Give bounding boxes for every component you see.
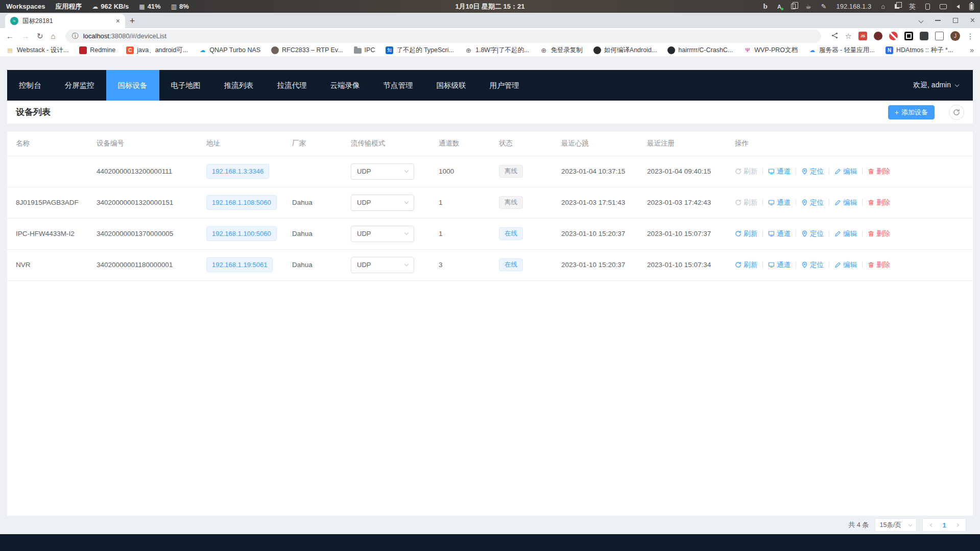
js-extension-icon[interactable]: JS xyxy=(858,32,867,40)
channel-action[interactable]: 通道 xyxy=(768,198,791,207)
next-page-button[interactable] xyxy=(950,524,964,526)
channel-action[interactable]: 通道 xyxy=(768,167,791,176)
tab-favicon: ≈ xyxy=(10,17,18,25)
workspaces-button[interactable]: Workspaces xyxy=(6,3,45,10)
bookmark-webstack[interactable]: ▤Webstack - 设计... xyxy=(6,46,68,55)
volume-icon[interactable] xyxy=(957,5,960,9)
minimize-icon[interactable] xyxy=(935,20,941,21)
nav-item-node-manage[interactable]: 节点管理 xyxy=(372,70,425,101)
nav-item-console[interactable]: 控制台 xyxy=(7,70,53,101)
tab-search-icon[interactable] xyxy=(918,18,923,23)
stream-mode-select[interactable]: UDP xyxy=(351,195,414,211)
screenshot-extension-icon[interactable] xyxy=(904,32,913,40)
locate-action[interactable]: 定位 xyxy=(801,198,824,207)
nav-item-cloud-record[interactable]: 云端录像 xyxy=(319,70,372,101)
adblock-extension-icon[interactable] xyxy=(889,32,898,40)
new-tab-button[interactable]: + xyxy=(125,14,139,28)
nav-item-pull-proxy[interactable]: 拉流代理 xyxy=(266,70,319,101)
restore-icon[interactable] xyxy=(953,18,958,23)
bookmark-star-icon[interactable]: ☆ xyxy=(845,32,852,40)
nav-item-split-monitor[interactable]: 分屏监控 xyxy=(53,70,106,101)
edit-action[interactable]: 编辑 xyxy=(834,229,857,238)
window-switcher-icon[interactable] xyxy=(895,4,899,9)
frame-extension-icon[interactable] xyxy=(935,32,944,40)
bookmarks-overflow-icon[interactable]: » xyxy=(970,46,974,54)
delete-action[interactable]: 删除 xyxy=(868,229,890,238)
bookmark-qnap[interactable]: ☁QNAP Turbo NAS xyxy=(199,46,260,54)
bookmark-article-1[interactable]: ⊕1.8W字|了不起的... xyxy=(465,46,529,55)
channel-action[interactable]: 通道 xyxy=(768,229,791,238)
address-tag: 192.168.1.108:5060 xyxy=(206,195,277,210)
bookmark-csdn[interactable]: Cjava、android可... xyxy=(126,46,188,55)
locate-action[interactable]: 定位 xyxy=(801,229,824,238)
locate-action[interactable]: 定位 xyxy=(801,260,824,270)
color-picker-tray-icon[interactable]: ✎ xyxy=(821,3,827,10)
bookmark-wvp-pro[interactable]: ΨWVP-PRO文档 xyxy=(744,46,798,55)
page-size-select[interactable]: 15条/页 xyxy=(875,518,917,532)
add-device-button[interactable]: + 添加设备 xyxy=(888,105,935,119)
browser-tab[interactable]: ≈ 国标28181 × xyxy=(5,14,125,28)
back-icon[interactable]: ← xyxy=(6,32,14,40)
site-info-icon[interactable]: ⓘ xyxy=(72,33,79,39)
edit-action[interactable]: 编辑 xyxy=(834,260,857,270)
extensions-puzzle-icon[interactable] xyxy=(920,32,928,40)
forward-icon[interactable]: → xyxy=(21,32,29,40)
address-bar[interactable]: ⓘ localhost:38080/#/deviceList xyxy=(65,30,821,43)
applications-menu[interactable]: 应用程序 xyxy=(55,2,82,11)
home-tray-icon[interactable]: ⌂ xyxy=(881,3,885,10)
nav-item-gb-devices[interactable]: 国标设备 xyxy=(106,70,159,101)
bookmark-folder-ipc[interactable]: IPC xyxy=(354,46,375,54)
nav-item-gb-cascade[interactable]: 国标级联 xyxy=(425,70,478,101)
input-method-indicator[interactable]: 英 xyxy=(909,2,916,11)
bookmark-android-build[interactable]: 如何编译Android... xyxy=(593,46,657,55)
browser-menu-icon[interactable]: ⋮ xyxy=(967,32,974,40)
nav-item-user-manage[interactable]: 用户管理 xyxy=(478,70,531,101)
nav-item-push-list[interactable]: 推流列表 xyxy=(212,70,266,101)
bing-tray-icon[interactable]: b xyxy=(763,3,768,10)
channel-count: 1 xyxy=(434,187,494,218)
refresh-action[interactable]: 刷新 xyxy=(735,198,757,207)
bookmark-github[interactable]: hairrrrr/C-CrashC... xyxy=(667,46,733,54)
close-window-icon[interactable]: × xyxy=(970,16,975,25)
share-icon[interactable] xyxy=(831,32,839,40)
bookmark-hdatmos[interactable]: NHDAtmos :: 种子 *... xyxy=(886,46,953,55)
refresh-action[interactable]: 刷新 xyxy=(735,229,757,238)
bookmark-article-2[interactable]: ⊕免登录复制 xyxy=(540,46,583,55)
current-page[interactable]: 1 xyxy=(938,521,950,529)
refresh-list-button[interactable] xyxy=(949,105,964,120)
refresh-action[interactable]: 刷新 xyxy=(735,167,757,176)
stream-mode-select[interactable]: UDP xyxy=(351,226,414,242)
prev-page-button[interactable] xyxy=(925,524,938,526)
ip-address-indicator[interactable]: 192.168.1.3 xyxy=(836,3,871,10)
delete-action[interactable]: 删除 xyxy=(868,198,890,207)
phone-link-icon[interactable] xyxy=(925,4,930,10)
edit-action[interactable]: 编辑 xyxy=(834,167,857,176)
delete-action[interactable]: 删除 xyxy=(868,167,890,176)
nav-item-map[interactable]: 电子地图 xyxy=(159,70,212,101)
edit-action[interactable]: 编辑 xyxy=(834,198,857,207)
tab-close-icon[interactable]: × xyxy=(116,17,120,25)
translate-tray-icon[interactable]: A xyxy=(777,4,781,10)
bookmark-rfc2833[interactable]: RFC2833 – RTP Ev... xyxy=(271,46,343,54)
chevron-down-icon xyxy=(404,231,409,235)
bookmark-tencent-cloud[interactable]: ☁服务器 - 轻量应用... xyxy=(808,46,875,55)
clipboard-tray-icon[interactable] xyxy=(791,4,796,9)
user-menu[interactable]: 欢迎, admin xyxy=(913,81,973,90)
refresh-action[interactable]: 刷新 xyxy=(735,260,757,270)
stream-mode-select[interactable]: UDP xyxy=(351,257,414,273)
bookmark-zhihu[interactable]: 知了不起的 TypeScri... xyxy=(386,46,454,55)
stream-mode-select[interactable]: UDP xyxy=(351,163,414,180)
reload-icon[interactable]: ↻ xyxy=(37,32,43,40)
channel-action[interactable]: 通道 xyxy=(768,260,791,270)
delete-action[interactable]: 删除 xyxy=(868,260,890,270)
chevron-down-icon xyxy=(909,522,912,526)
profile-avatar[interactable]: J xyxy=(950,31,960,41)
table-row: IPC-HFW4433M-I2 34020000001370000005 192… xyxy=(7,218,973,249)
bookmark-redmine[interactable]: Redmine xyxy=(79,46,115,54)
home-icon[interactable]: ⌂ xyxy=(51,32,56,40)
reader-extension-icon[interactable] xyxy=(874,32,882,40)
locate-action[interactable]: 定位 xyxy=(801,167,824,176)
coffee-tray-icon[interactable]: ☕ xyxy=(805,3,811,10)
heartbeat-time: 2023-01-03 17:51:43 xyxy=(556,187,642,218)
display-icon[interactable] xyxy=(940,4,947,9)
